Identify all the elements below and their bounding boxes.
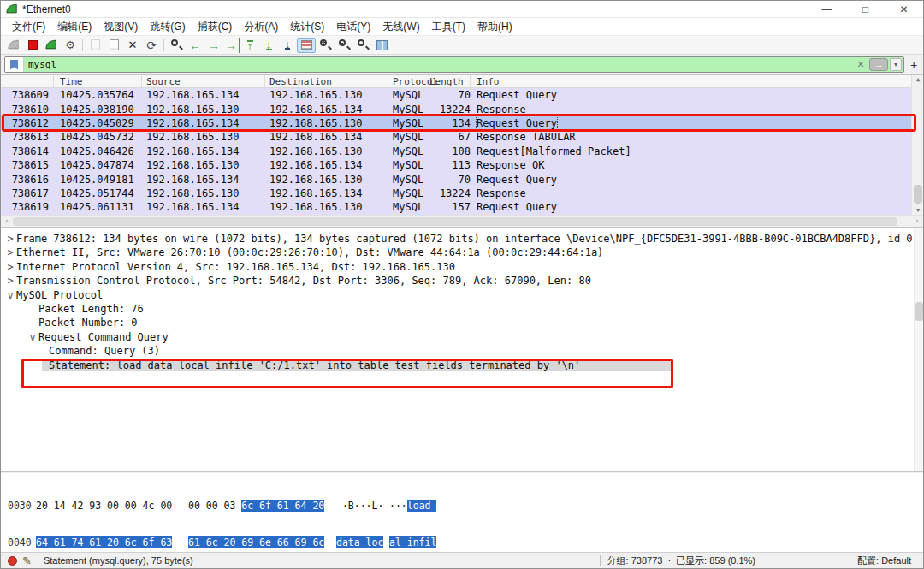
expert-info-icon[interactable]	[8, 556, 17, 566]
packet-row[interactable]: 73860910425.035764192.168.165.134192.168…	[1, 88, 923, 102]
packet-list-horizontal-scrollbar[interactable]: ‹ ›	[1, 215, 923, 227]
hex-row[interactable]: 004064 61 74 61 20 6c 6f 6361 6c 20 69 6…	[8, 536, 923, 549]
minimize-button[interactable]: —	[808, 1, 846, 18]
packet-row[interactable]: 73861610425.049181192.168.165.134192.168…	[1, 172, 923, 186]
scroll-left-icon[interactable]: ‹	[1, 216, 13, 228]
display-filter-input[interactable]	[24, 58, 854, 71]
status-displayed-count: 已显示: 859 (0.1%)	[676, 554, 755, 567]
save-file-icon[interactable]	[104, 38, 123, 53]
zoom-in-icon[interactable]: +	[316, 38, 335, 53]
column-info[interactable]: Info	[471, 75, 923, 87]
column-destination[interactable]: Destination	[265, 75, 388, 87]
detail-line-tcp[interactable]: >Transmission Control Protocol, Src Port…	[1, 274, 923, 287]
scroll-right-icon[interactable]: ›	[911, 216, 923, 228]
menu-tools[interactable]: 工具(T)	[426, 18, 471, 36]
close-file-icon[interactable]: ✕	[123, 38, 142, 53]
filter-dropdown-icon[interactable]: ▾	[890, 58, 902, 71]
detail-line-ethernet[interactable]: >Ethernet II, Src: VMware_26:70:10 (00:0…	[1, 246, 923, 259]
open-file-icon[interactable]	[86, 38, 104, 53]
packet-list-vertical-scrollbar[interactable]: ▲ ▼	[911, 75, 923, 215]
packet-time: 10425.038190	[54, 104, 142, 116]
detail-line-frame[interactable]: >Frame 738612: 134 bytes on wire (1072 b…	[1, 232, 923, 246]
hex-row[interactable]: 003020 14 42 93 00 00 4c 0000 00 03 6c 6…	[8, 500, 923, 513]
restart-capture-icon[interactable]	[42, 38, 61, 53]
scrollbar-thumb[interactable]	[915, 302, 923, 321]
menu-file[interactable]: 文件(F)	[6, 18, 51, 36]
scrollbar-thumb[interactable]	[914, 185, 922, 204]
scroll-down-icon[interactable]: ▼	[912, 207, 924, 214]
detail-line-command[interactable]: Command: Query (3)	[1, 344, 923, 358]
column-protocol[interactable]: Protocol	[388, 75, 429, 87]
detail-text: MySQL Protocol	[16, 289, 103, 301]
expander-icon[interactable]: v	[27, 330, 38, 344]
packet-row[interactable]: 73861410425.046426192.168.165.134192.168…	[1, 145, 923, 158]
detail-line-statement-selected[interactable]: Statement: load data local infile 'C:/1.…	[1, 359, 923, 372]
packet-row[interactable]: 73861510425.047874192.168.165.130192.168…	[1, 158, 923, 172]
menu-go[interactable]: 跳转(G)	[144, 18, 191, 36]
expander-icon[interactable]: >	[4, 246, 16, 259]
menu-telephony[interactable]: 电话(Y)	[330, 18, 376, 36]
auto-scroll-icon[interactable]: ↓	[278, 38, 297, 53]
filter-apply-icon[interactable]: →	[869, 58, 888, 71]
detail-line-packet-length[interactable]: Packet Length: 76	[1, 302, 923, 316]
zoom-out-icon[interactable]: -	[335, 38, 353, 53]
menu-edit[interactable]: 编辑(E)	[51, 18, 98, 36]
menu-capture[interactable]: 捕获(C)	[192, 18, 239, 36]
capture-comment-icon[interactable]: ✎	[22, 554, 32, 567]
expander-icon[interactable]: >	[4, 260, 16, 274]
scroll-up-icon[interactable]: ▲	[912, 76, 924, 83]
packet-no: 738616	[1, 174, 54, 186]
details-vertical-scrollbar[interactable]	[914, 228, 923, 471]
menu-analyze[interactable]: 分析(A)	[238, 18, 284, 36]
menu-statistics[interactable]: 统计(S)	[284, 18, 330, 36]
reload-file-icon[interactable]: ⟳	[142, 38, 161, 53]
close-button[interactable]: ✕	[885, 1, 923, 18]
find-packet-icon[interactable]	[167, 38, 186, 53]
maximize-button[interactable]: □	[846, 1, 885, 18]
wireshark-window: *Ethernet0 — □ ✕ 文件(F) 编辑(E) 视图(V) 跳转(G)…	[0, 0, 924, 569]
packet-protocol: MySQL	[388, 174, 429, 186]
resize-columns-icon[interactable]	[372, 38, 391, 53]
packet-info: Request Query	[477, 201, 557, 213]
status-separator	[600, 555, 601, 566]
go-first-packet-icon[interactable]: ↑	[240, 38, 259, 53]
capture-options-icon[interactable]: ⚙	[61, 38, 80, 53]
column-length[interactable]: Length	[429, 75, 471, 87]
stop-capture-icon[interactable]	[23, 38, 42, 53]
packet-length: 134	[429, 117, 471, 129]
packet-row-selected[interactable]: 73861210425.045029192.168.165.134192.168…	[1, 116, 923, 130]
packet-destination: 192.168.165.134	[265, 104, 388, 116]
detail-line-mysql[interactable]: vMySQL Protocol	[1, 288, 923, 302]
detail-line-request-command[interactable]: vRequest Command Query	[1, 330, 923, 344]
colorize-packets-icon[interactable]	[297, 38, 316, 53]
display-filter-field[interactable]: ✕ → ▾	[4, 56, 904, 73]
packet-row[interactable]: 73861910425.061131192.168.165.134192.168…	[1, 200, 923, 214]
go-forward-icon[interactable]: →	[204, 38, 223, 53]
menu-wireless[interactable]: 无线(W)	[376, 18, 425, 36]
expander-icon[interactable]: >	[4, 232, 16, 246]
detail-line-ip[interactable]: >Internet Protocol Version 4, Src: 192.1…	[1, 260, 923, 274]
start-capture-icon[interactable]	[4, 38, 23, 53]
packet-protocol: MySQL	[388, 104, 429, 116]
packet-row[interactable]: 73861010425.038190192.168.165.130192.168…	[1, 102, 923, 116]
zoom-normal-icon[interactable]	[353, 38, 372, 53]
filter-bookmark-button[interactable]	[5, 57, 24, 72]
packet-row[interactable]: 73861710425.051744192.168.165.130192.168…	[1, 187, 923, 200]
menu-help[interactable]: 帮助(H)	[471, 18, 518, 36]
packet-length: 70	[429, 174, 471, 186]
expander-icon[interactable]: >	[4, 274, 16, 287]
add-filter-button[interactable]: +	[908, 58, 920, 72]
detail-line-packet-number[interactable]: Packet Number: 0	[1, 316, 923, 329]
go-back-icon[interactable]: ←	[186, 38, 204, 53]
packet-row[interactable]: 73861310425.045732192.168.165.130192.168…	[1, 130, 923, 144]
expander-icon[interactable]: v	[4, 288, 16, 302]
menu-view[interactable]: 视图(V)	[98, 18, 144, 36]
column-source[interactable]: Source	[142, 75, 265, 87]
column-time[interactable]: Time	[54, 75, 142, 87]
scrollbar-thumb[interactable]	[13, 217, 897, 226]
status-profile[interactable]: 配置: Default	[857, 554, 911, 567]
go-last-packet-icon[interactable]: ↓	[259, 38, 278, 53]
go-to-packet-icon[interactable]: →	[223, 38, 240, 53]
column-no[interactable]	[1, 75, 54, 87]
filter-clear-icon[interactable]: ✕	[854, 59, 868, 70]
